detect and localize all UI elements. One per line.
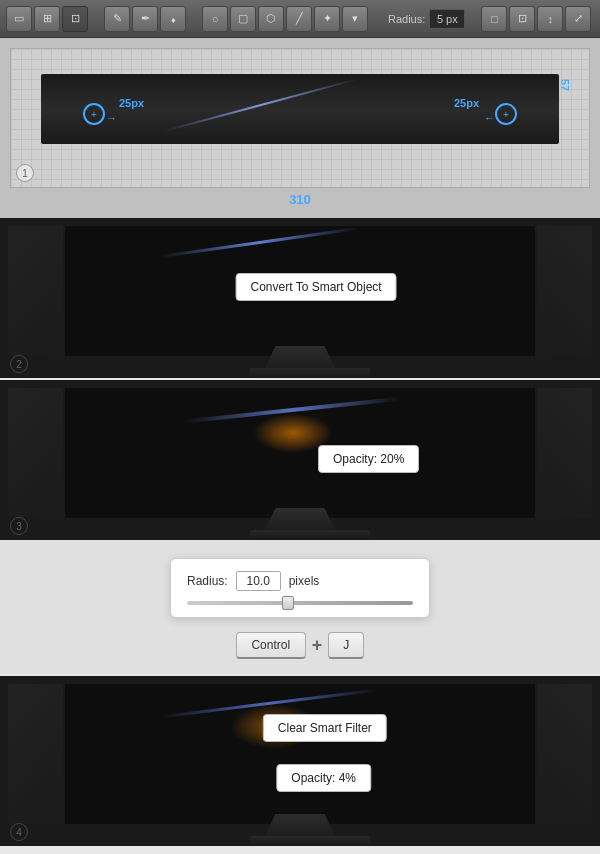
measure-circle-right [495, 103, 517, 125]
monitor-left-panel-5 [8, 684, 63, 824]
measure-label-25-right: 25px [454, 97, 479, 109]
toolbar-tool2[interactable]: ⊞ [34, 6, 60, 32]
toolbar-oval[interactable]: ○ [202, 6, 228, 32]
canvas-dark-bar [41, 74, 559, 144]
monitor-stand-base-2 [250, 368, 370, 378]
toolbar-polygon[interactable]: ⬡ [258, 6, 284, 32]
toolbar-rectangle-tool[interactable]: ▭ [6, 6, 32, 32]
step-number-1: 1 [16, 164, 34, 182]
toolbar-tool3[interactable]: ⊡ [62, 6, 88, 32]
toolbar-geom1[interactable]: □ [481, 6, 507, 32]
measure-arrow-left: → [106, 112, 117, 124]
opacity-4-button[interactable]: Opacity: 4% [276, 764, 371, 792]
toolbar-pen-tool[interactable]: ✒ [132, 6, 158, 32]
monitor-screen-3 [65, 388, 535, 518]
monitor-stand-3 [250, 508, 350, 540]
monitor-screen-5 [65, 684, 535, 824]
toolbar-shapes-group: ○ ▢ ⬡ ╱ ✦ ▾ [202, 6, 368, 32]
radius-dialog: Radius: pixels [170, 558, 430, 618]
monitor-stand-2 [250, 346, 350, 378]
j-key[interactable]: J [328, 632, 364, 659]
monitor-stand-neck-2 [265, 346, 335, 368]
measure-label-57: 57 [559, 79, 571, 91]
radius-dialog-label: Radius: [187, 574, 228, 588]
canvas-light-stripe [164, 78, 358, 132]
toolbar-geom4[interactable]: ⤢ [565, 6, 591, 32]
monitor-left-panel-2 [8, 226, 63, 356]
section1-canvas: → ← 25px 25px 57 1 310 [0, 38, 600, 218]
radius-unit: pixels [289, 574, 320, 588]
toolbar-geom2[interactable]: ⊡ [509, 6, 535, 32]
toolbar: ▭ ⊞ ⊡ ✎ ✒ ⬧ ○ ▢ ⬡ ╱ ✦ ▾ Radius: □ ⊡ ↕ ⤢ … [0, 0, 600, 38]
measure-arrow-right: ← [484, 112, 495, 124]
monitor-stand-neck-3 [265, 508, 335, 530]
toolbar-custom-shape[interactable]: ✦ [314, 6, 340, 32]
toolbar-line[interactable]: ╱ [286, 6, 312, 32]
convert-smart-object-button[interactable]: Convert To Smart Object [236, 273, 397, 301]
monitor-stand-5 [250, 814, 350, 846]
toolbar-shape-dropdown[interactable]: ▾ [342, 6, 368, 32]
monitor-right-panel-5 [537, 684, 592, 824]
keyboard-shortcut-row: Control + J [20, 632, 580, 659]
control-key[interactable]: Control [236, 632, 306, 659]
radius-input[interactable] [429, 9, 465, 29]
clear-smart-filter-button[interactable]: Clear Smart Filter [263, 714, 387, 742]
radius-dialog-input[interactable] [236, 571, 281, 591]
toolbar-brush-tool[interactable]: ✎ [104, 6, 130, 32]
measure-circle-left [83, 103, 105, 125]
monitor-stand-base-3 [250, 530, 370, 540]
radius-slider[interactable] [187, 601, 413, 605]
section2-monitor: Convert To Smart Object 2 [0, 218, 600, 378]
radius-slider-thumb [282, 596, 294, 610]
measure-label-25-left: 25px [119, 97, 144, 109]
monitor-left-panel-3 [8, 388, 63, 518]
radius-label: Radius: [388, 13, 425, 25]
monitor-stand-neck-5 [265, 814, 335, 836]
toolbar-geom3[interactable]: ↕ [537, 6, 563, 32]
toolbar-round-rect[interactable]: ▢ [230, 6, 256, 32]
monitor-stand-base-5 [250, 836, 370, 846]
measure-310: 310 [10, 188, 590, 213]
monitor-right-panel-3 [537, 388, 592, 518]
screen-light-2 [160, 227, 358, 258]
toolbar-geometry-opts: □ ⊡ ↕ ⤢ [481, 6, 591, 32]
step-number-3: 3 [10, 517, 28, 535]
plus-sign: + [312, 635, 323, 656]
section3-monitor: Opacity: 20% 3 [0, 380, 600, 540]
canvas-area: → ← 25px 25px 57 1 [10, 48, 590, 188]
toolbar-draw-tools: ✎ ✒ ⬧ [104, 6, 186, 32]
radius-row: Radius: pixels [187, 571, 413, 591]
toolbar-shape-tools: ▭ ⊞ ⊡ [6, 6, 88, 32]
monitor-right-panel-2 [537, 226, 592, 356]
opacity-button[interactable]: Opacity: 20% [318, 445, 419, 473]
section4-dialog: Radius: pixels Control + J [0, 540, 600, 674]
toolbar-path-tool[interactable]: ⬧ [160, 6, 186, 32]
step-number-2: 2 [10, 355, 28, 373]
section5-monitor: Clear Smart Filter Opacity: 4% 4 [0, 676, 600, 846]
step-number-4: 4 [10, 823, 28, 841]
